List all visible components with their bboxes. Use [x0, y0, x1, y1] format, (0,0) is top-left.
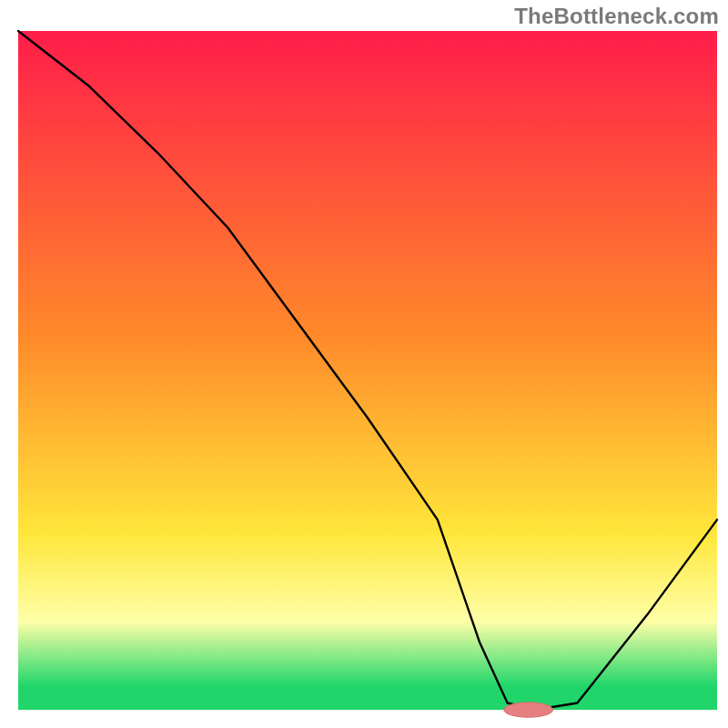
watermark-text: TheBottleneck.com — [514, 4, 719, 29]
gradient-background — [18, 31, 717, 710]
optimal-point-marker — [504, 703, 553, 717]
chart-container: TheBottleneck.com — [0, 0, 728, 728]
bottleneck-chart — [0, 0, 728, 728]
